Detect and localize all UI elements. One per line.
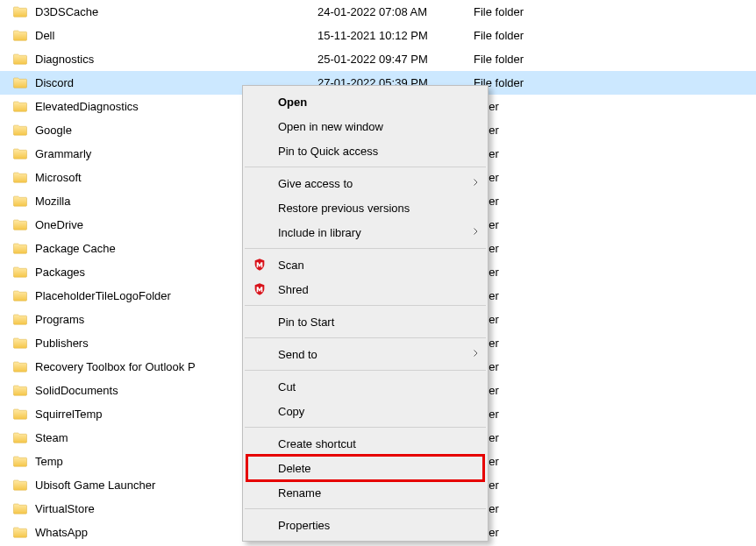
folder-icon [12,501,28,517]
menu-separator [245,337,486,338]
folder-row-dell[interactable]: Dell15-11-2021 10:12 PMFile folder [0,24,756,47]
menu-item-give-access-to[interactable]: Give access to [243,171,488,195]
menu-item-label: Restore previous versions [278,202,479,215]
menu-item-label: Scan [278,259,479,272]
item-type: older [474,195,605,208]
menu-item-shred[interactable]: Shred [243,277,488,301]
menu-item-label: Delete [278,462,479,475]
item-type: older [474,218,605,231]
item-type: File folder [474,53,605,66]
menu-item-label: Give access to [278,177,470,190]
folder-icon [12,99,28,115]
item-type: older [474,124,605,137]
menu-item-pin-to-quick-access[interactable]: Pin to Quick access [243,138,488,163]
folder-icon [12,478,28,493]
menu-item-delete[interactable]: Delete [243,456,488,480]
folder-icon [12,194,28,209]
item-type: older [474,384,605,397]
mcafee-shield-icon [252,281,267,297]
item-type: older [474,100,605,113]
folder-name: Diagnostics [35,53,317,66]
item-type: older [474,266,605,279]
item-type: older [474,479,605,492]
item-type: File folder [474,5,605,18]
date-modified: 24-01-2022 07:08 AM [317,5,474,18]
menu-item-include-in-library[interactable]: Include in library [243,220,488,245]
menu-item-label: Open in new window [278,120,479,133]
folder-icon [12,52,28,67]
folder-row-diagnostics[interactable]: Diagnostics25-01-2022 09:47 PMFile folde… [0,47,756,71]
folder-icon [12,4,28,20]
menu-separator [245,370,486,371]
folder-icon [12,123,28,138]
menu-separator [245,167,486,167]
menu-separator [245,248,486,249]
folder-icon [12,28,28,44]
menu-item-label: Pin to Quick access [278,145,479,158]
menu-item-label: Properties [278,519,479,532]
menu-item-label: Cut [278,380,479,394]
folder-icon [12,359,28,375]
item-type: older [474,526,605,539]
item-type: older [474,502,605,515]
folder-icon [12,336,28,351]
folder-icon [12,454,28,470]
item-type: older [474,147,605,160]
menu-separator [245,427,486,428]
item-type: File folder [474,76,605,89]
folder-row-d3dscache[interactable]: D3DSCache24-01-2022 07:08 AMFile folder [0,0,756,24]
item-type: older [474,337,605,350]
menu-item-label: Copy [278,405,479,418]
menu-item-send-to[interactable]: Send to [243,342,488,366]
menu-item-label: Shred [278,283,479,296]
menu-item-scan[interactable]: Scan [243,252,488,277]
item-type: older [474,408,605,421]
folder-icon [12,312,28,328]
menu-item-cut[interactable]: Cut [243,374,488,399]
menu-item-label: Send to [278,348,470,361]
folder-icon [12,170,28,186]
chevron-right-icon [470,347,479,361]
folder-icon [12,407,28,422]
folder-icon [12,241,28,257]
menu-item-create-shortcut[interactable]: Create shortcut [243,431,488,456]
menu-item-copy[interactable]: Copy [243,399,488,423]
menu-separator [245,508,486,509]
folder-icon [12,75,28,91]
menu-item-label: Include in library [278,226,470,239]
folder-name: Dell [35,29,317,42]
folder-name: D3DSCache [35,5,317,18]
menu-item-open[interactable]: Open [243,89,488,114]
item-type: File folder [474,29,605,42]
date-modified: 15-11-2021 10:12 PM [317,29,474,42]
item-type: older [474,289,605,302]
menu-item-rename[interactable]: Rename [243,480,488,505]
menu-item-label: Pin to Start [278,316,479,329]
folder-icon [12,146,28,162]
menu-item-label: Open [278,96,479,109]
menu-item-properties[interactable]: Properties [243,513,488,537]
folder-icon [12,265,28,280]
menu-item-restore-previous-versions[interactable]: Restore previous versions [243,195,488,220]
item-type: older [474,242,605,255]
folder-icon [12,288,28,304]
menu-item-label: Rename [278,486,479,500]
item-type: older [474,431,605,444]
chevron-right-icon [470,225,479,239]
folder-icon [12,430,28,446]
mcafee-shield-icon [252,257,267,273]
date-modified: 25-01-2022 09:47 PM [317,53,474,66]
item-type: older [474,171,605,184]
context-menu: OpenOpen in new windowPin to Quick acces… [242,85,489,542]
item-type: older [474,360,605,373]
menu-item-label: Create shortcut [278,437,479,450]
menu-item-open-in-new-window[interactable]: Open in new window [243,114,488,138]
folder-icon [12,217,28,233]
chevron-right-icon [470,176,479,190]
folder-icon [12,383,28,399]
item-type: older [474,313,605,326]
menu-separator [245,305,486,306]
item-type: older [474,455,605,468]
menu-item-pin-to-start[interactable]: Pin to Start [243,309,488,334]
folder-icon [12,525,28,541]
